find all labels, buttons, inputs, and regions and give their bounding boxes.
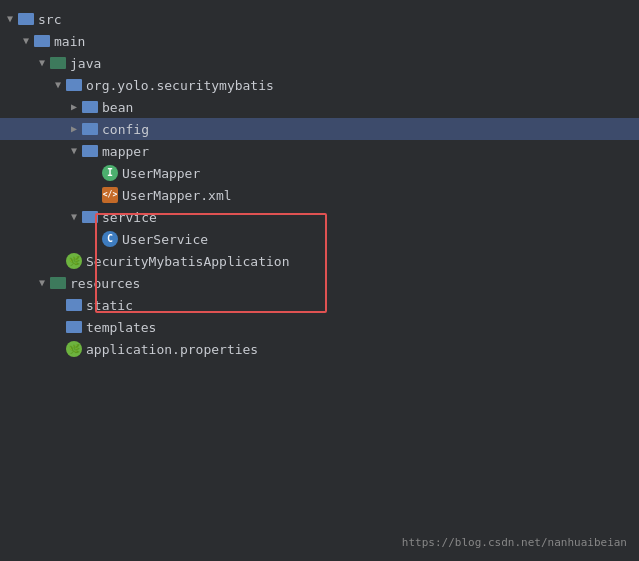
file-tree: src main java org.yolo.securitymybatis b… [0, 0, 639, 368]
label-security-app: SecurityMybatisApplication [86, 254, 290, 269]
folder-icon-java [50, 57, 66, 69]
spring-icon-app-properties: 🌿 [66, 341, 82, 357]
tree-item-templates[interactable]: templates [0, 316, 639, 338]
label-org-yolo: org.yolo.securitymybatis [86, 78, 274, 93]
tree-item-service[interactable]: service [0, 206, 639, 228]
tree-item-usermapper[interactable]: I UserMapper [0, 162, 639, 184]
tree-item-app-properties[interactable]: 🌿 application.properties [0, 338, 639, 360]
folder-icon-bean [82, 101, 98, 113]
label-service: service [102, 210, 157, 225]
arrow-java [36, 57, 48, 69]
tree-item-usermapper-xml[interactable]: </> UserMapper.xml [0, 184, 639, 206]
label-java: java [70, 56, 101, 71]
tree-item-resources[interactable]: resources [0, 272, 639, 294]
tree-item-security-app[interactable]: 🌿 SecurityMybatisApplication [0, 250, 639, 272]
label-userservice: UserService [122, 232, 208, 247]
arrow-src [4, 13, 16, 25]
tree-item-main[interactable]: main [0, 30, 639, 52]
arrow-service [68, 211, 80, 223]
tree-item-userservice[interactable]: C UserService [0, 228, 639, 250]
folder-icon-static [66, 299, 82, 311]
arrow-config [68, 123, 80, 135]
tree-item-mapper[interactable]: mapper [0, 140, 639, 162]
label-usermapper: UserMapper [122, 166, 200, 181]
label-usermapper-xml: UserMapper.xml [122, 188, 232, 203]
arrow-bean [68, 101, 80, 113]
folder-icon-config [82, 123, 98, 135]
arrow-org-yolo [52, 79, 64, 91]
folder-icon-service [82, 211, 98, 223]
folder-icon-mapper [82, 145, 98, 157]
tree-item-config[interactable]: config [0, 118, 639, 140]
folder-icon-resources [50, 277, 66, 289]
tree-item-src[interactable]: src [0, 8, 639, 30]
arrow-main [20, 35, 32, 47]
label-bean: bean [102, 100, 133, 115]
xml-icon-usermapper: </> [102, 187, 118, 203]
label-config: config [102, 122, 149, 137]
label-src: src [38, 12, 61, 27]
label-static: static [86, 298, 133, 313]
folder-icon-src [18, 13, 34, 25]
folder-icon-templates [66, 321, 82, 333]
tree-item-static[interactable]: static [0, 294, 639, 316]
label-app-properties: application.properties [86, 342, 258, 357]
arrow-mapper [68, 145, 80, 157]
label-resources: resources [70, 276, 140, 291]
label-main: main [54, 34, 85, 49]
tree-item-bean[interactable]: bean [0, 96, 639, 118]
label-templates: templates [86, 320, 156, 335]
watermark: https://blog.csdn.net/nanhuaibeian [402, 536, 627, 549]
tree-item-org-yolo[interactable]: org.yolo.securitymybatis [0, 74, 639, 96]
label-mapper: mapper [102, 144, 149, 159]
folder-icon-main [34, 35, 50, 47]
arrow-resources [36, 277, 48, 289]
spring-icon-security-app: 🌿 [66, 253, 82, 269]
class-icon-userservice: C [102, 231, 118, 247]
interface-icon-usermapper: I [102, 165, 118, 181]
folder-icon-org-yolo [66, 79, 82, 91]
tree-item-java[interactable]: java [0, 52, 639, 74]
